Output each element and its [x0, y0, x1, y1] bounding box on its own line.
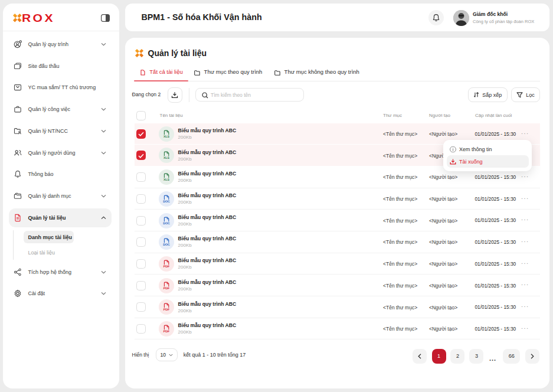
svg-text:XLS: XLS	[163, 178, 170, 181]
svg-text:PDF: PDF	[163, 286, 169, 289]
svg-text:PDF: PDF	[163, 265, 169, 268]
svg-text:DOC: DOC	[163, 243, 170, 246]
svg-text:XLS: XLS	[163, 156, 170, 159]
svg-text:XLS: XLS	[163, 135, 170, 138]
svg-text:DOC: DOC	[163, 221, 170, 224]
svg-text:PDF: PDF	[163, 330, 169, 333]
svg-text:PDF: PDF	[163, 308, 169, 311]
svg-text:DOC: DOC	[163, 200, 170, 202]
